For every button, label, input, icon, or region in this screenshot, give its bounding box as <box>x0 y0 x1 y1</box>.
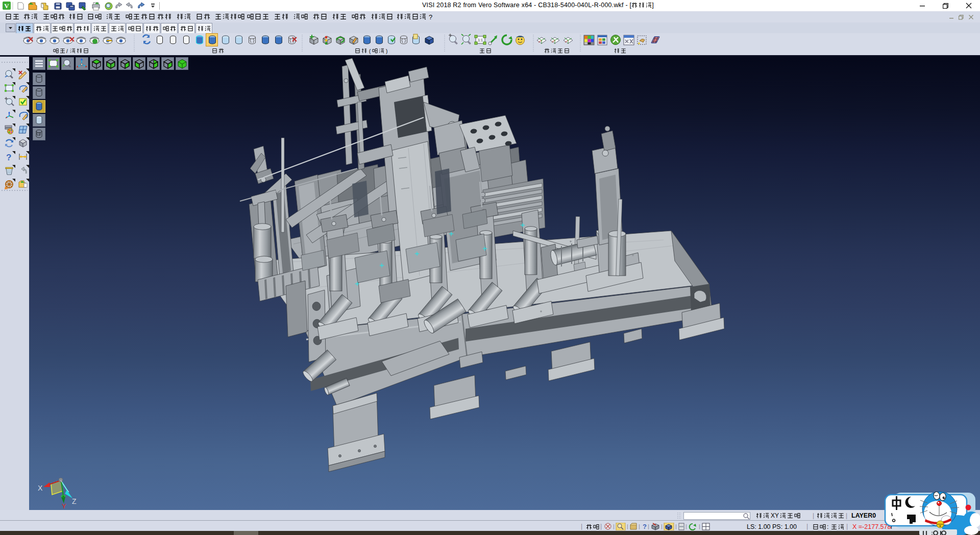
svg-text:|: | <box>639 523 640 529</box>
svg-text:|: | <box>685 523 687 529</box>
svg-text:?: ? <box>643 523 647 530</box>
svg-text:): ) <box>386 48 387 54</box>
svg-text:Z: Z <box>72 497 77 505</box>
svg-text:|: | <box>613 523 615 529</box>
svg-text:|: | <box>675 523 677 529</box>
svg-text:Y: Y <box>62 502 66 510</box>
svg-text:X: X <box>38 484 43 492</box>
svg-text:V: V <box>4 2 9 10</box>
svg-text:|: | <box>627 523 628 529</box>
svg-text:|: | <box>661 523 663 529</box>
svg-text:?: ? <box>6 153 11 162</box>
svg-text:(: ( <box>369 48 371 54</box>
svg-text:|: | <box>648 523 649 529</box>
svg-text:/: / <box>66 48 68 54</box>
svg-text:|: | <box>699 523 700 529</box>
svg-text:1:1: 1:1 <box>478 38 483 42</box>
